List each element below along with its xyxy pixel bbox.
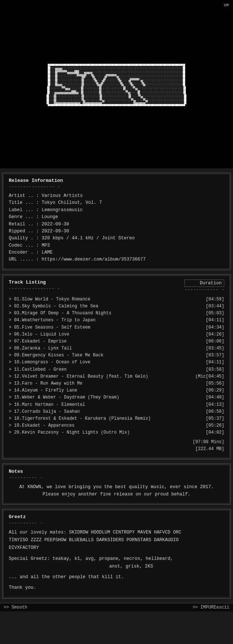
greetz-section-title: Greetz xyxy=(9,514,224,520)
notes-divider: ---------- - xyxy=(9,475,224,480)
track-name: > 10.Lemongrass - Ocean of Love xyxy=(9,359,90,366)
track-duration: [03:44] xyxy=(195,303,224,310)
track-name: > 01.Slow World - Tokyo Romance xyxy=(9,296,90,303)
notes-section: Notes ---------- - At KNOWN, we love bri… xyxy=(2,464,231,505)
track-name: > 15.Weber & Weber - Daydream (They Drea… xyxy=(9,394,119,401)
track-name: > 02.Sky Symbols - Calming the Sea xyxy=(9,303,98,310)
track-duration: [05:26] xyxy=(195,422,224,429)
track-name: > 05.Five Seasons - Self Esteem xyxy=(9,324,90,331)
track-duration: [04:13] xyxy=(195,401,224,408)
duration-divider: ------------ - xyxy=(184,287,224,292)
track-name: > 14.Aleyum - Firefly Lane xyxy=(9,387,77,394)
totals: [97:00 Mins] [222.44 MB] xyxy=(9,439,224,453)
track-duration: [04:26] xyxy=(195,331,224,338)
track-row: > 06.Ielo - Liquid Love[04:26] xyxy=(9,331,224,338)
greetz-mates-2: TINYISO ZZZZ PEEPSHOW BLUEBALLS DARKSIDE… xyxy=(9,536,224,544)
release-retail: Retail .. : 2022-09-30 xyxy=(9,221,224,228)
track-duration: [04:34] xyxy=(195,324,224,331)
duration-header: Duration xyxy=(184,280,224,287)
track-name: > 18.Tigerforest & Eskadet - Karukera (P… xyxy=(9,415,151,422)
tracks-section-title: Track Listing xyxy=(9,280,60,285)
release-label: Label ... : Lemongrassmusic xyxy=(9,207,224,214)
track-row: > 17.Corrado Saija - Saahan[06:58] xyxy=(9,408,224,415)
track-duration: [04:59] xyxy=(195,296,224,303)
track-row: > 11.Castlebed - Green[03:58] xyxy=(9,366,224,373)
track-row: > 15.Weber & Weber - Daydream (They Drea… xyxy=(9,394,224,401)
ascii-art: ████████████████████████████████████████… xyxy=(47,62,187,106)
track-duration: [04:02] xyxy=(195,429,224,436)
track-row: > 13.Faro - Run Away with Me[05:56] xyxy=(9,380,224,387)
track-name: > 04.Weathertunes - Trip to Japan xyxy=(9,317,96,324)
track-list: > 01.Slow World - Tokyo Romance[04:59]> … xyxy=(9,296,224,437)
total-mins: [97:00 Mins] xyxy=(9,439,224,446)
track-row: > 16.Marc Hartman - Elemental[04:13] xyxy=(9,401,224,408)
track-duration: [04:11] xyxy=(195,317,224,324)
release-ripped: Ripped .. : 2022-09-30 xyxy=(9,228,224,235)
track-listing-section: Track Listing ---------------- - Duratio… xyxy=(2,274,231,459)
track-row: > 01.Slow World - Tokyo Romance[04:59] xyxy=(9,296,224,303)
track-row: > 08.Zaranka - Lynx Tail[03:45] xyxy=(9,345,224,352)
release-quality: Quality . : 320 kbps / 44.1 kHz / Joint … xyxy=(9,235,224,242)
notes-section-title: Notes xyxy=(9,469,224,474)
track-duration: [03:45] xyxy=(195,345,224,352)
notes-text-2: Please enjoy another fine release on our… xyxy=(9,491,224,498)
sm-label: sM xyxy=(224,3,229,7)
release-divider: ---------------- - xyxy=(9,184,224,190)
track-name: > 16.Marc Hartman - Elemental xyxy=(9,401,85,408)
release-section-title: Release Information xyxy=(9,178,224,183)
track-row: > 03.Mirage Of Deep - A Thousand Nights[… xyxy=(9,310,224,317)
greetz-special-names: anst, grisk, IKS xyxy=(9,563,224,570)
greetz-thank-you: Thank you. xyxy=(9,584,224,592)
track-duration: [03:58] xyxy=(195,366,224,373)
track-row: > 19.Eskadet - Apparences[05:26] xyxy=(9,422,224,429)
greetz-mates-1: All our lovely mates: SKIDROW HOODLUM CE… xyxy=(9,529,224,536)
track-name: > 17.Corrado Saija - Saahan xyxy=(9,408,80,415)
bottom-right: >> IMPUREascii xyxy=(192,605,229,610)
track-row: > 14.Aleyum - Firefly Lane[06:29] xyxy=(9,387,224,394)
track-name: > 06.Ielo - Liquid Love xyxy=(9,331,69,338)
notes-text-1: At KNOWN, we love bringing you the best … xyxy=(9,483,224,491)
release-url: URL ..... : https://www.deezer.com/album… xyxy=(9,256,224,263)
track-row: > 20.Kevin Paczesny - Night Lights (Outr… xyxy=(9,429,224,436)
track-name: > 13.Faro - Run Away with Me xyxy=(9,380,83,387)
track-duration: [04:11] xyxy=(195,359,224,366)
track-row: > 04.Weathertunes - Trip to Japan[04:11] xyxy=(9,317,224,324)
tracks-divider: ---------------- - xyxy=(9,286,60,291)
bottom-left: >> Smooth xyxy=(4,605,27,610)
track-name: > 11.Castlebed - Green xyxy=(9,366,66,373)
greetz-special-label: Special Greetz: teakay, k1, avg, propane… xyxy=(9,555,224,563)
track-duration: (Mic[04:45] xyxy=(194,373,224,380)
track-duration: [05:37] xyxy=(195,415,224,422)
greetz-and-all: ... and all the other people that kill i… xyxy=(9,573,224,581)
track-duration: [06:58] xyxy=(195,408,224,415)
track-row: > 18.Tigerforest & Eskadet - Karukera (P… xyxy=(9,415,224,422)
release-genre: Genre ... : Lounge xyxy=(9,214,224,221)
track-duration: [03:57] xyxy=(195,352,224,359)
release-codec: Codec ... : MP3 xyxy=(9,242,224,249)
release-encoder: Encoder . : LAME xyxy=(9,249,224,256)
track-duration: [06:29] xyxy=(195,387,224,394)
track-duration: [04:40] xyxy=(195,394,224,401)
track-row: > 10.Lemongrass - Ocean of Love[04:11] xyxy=(9,359,224,366)
release-artist: Artist .. : Various Artists xyxy=(9,192,224,199)
track-name: > 09.Emergency Kisses - Take Me Back xyxy=(9,352,103,359)
track-name: > 19.Eskadet - Apparences xyxy=(9,422,75,429)
track-row: > 12.Velvet Dreamer - Eternal Beauty (fe… xyxy=(9,373,224,380)
ascii-art-banner: sM █████████████████████████████████████… xyxy=(0,0,233,168)
track-name: > 20.Kevin Paczesny - Night Lights (Outr… xyxy=(9,429,130,436)
track-row: > 05.Five Seasons - Self Esteem[04:34] xyxy=(9,324,224,331)
track-row: > 09.Emergency Kisses - Take Me Back[03:… xyxy=(9,352,224,359)
track-row: > 07.Eskadet - Emprise[06:06] xyxy=(9,338,224,345)
track-name: > 08.Zaranka - Lynx Tail xyxy=(9,345,72,352)
bottom-bar: >> Smooth >> IMPUREascii xyxy=(0,603,233,611)
greetz-mates-3: DIVXFACTORY xyxy=(9,544,224,552)
track-duration: [06:06] xyxy=(195,338,224,345)
track-name: > 12.Velvet Dreamer - Eternal Beauty (fe… xyxy=(9,373,148,380)
track-name: > 07.Eskadet - Emprise xyxy=(9,338,66,345)
release-section: Release Information ---------------- - A… xyxy=(2,173,231,270)
track-duration: [05:56] xyxy=(195,380,224,387)
track-name: > 03.Mirage Of Deep - A Thousand Nights xyxy=(9,310,111,317)
release-title: Title ... : Tokyo Chillout, Vol. 7 xyxy=(9,199,224,206)
total-size: [222.44 MB] xyxy=(9,446,224,453)
track-duration: [05:03] xyxy=(195,310,224,317)
